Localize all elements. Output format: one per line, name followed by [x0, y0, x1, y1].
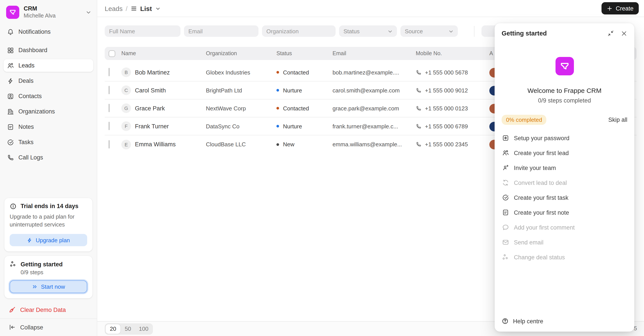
sidebar-item-tasks[interactable]: Tasks: [4, 136, 93, 149]
step-change-deal-status[interactable]: Change deal status: [494, 250, 634, 264]
sidebar-item-organizations[interactable]: Organizations: [4, 105, 93, 118]
row-checkbox[interactable]: [109, 104, 110, 112]
double-chevron-right-icon: [32, 284, 38, 290]
breadcrumb: Leads / List: [105, 4, 160, 12]
step-send-email[interactable]: Send email: [494, 235, 634, 250]
sidebar-item-notifications[interactable]: Notifications: [4, 26, 93, 38]
step-convert-lead[interactable]: Convert lead to deal: [494, 175, 634, 190]
step-create-first-lead[interactable]: Create your first lead: [494, 146, 634, 160]
phone-icon: [416, 142, 422, 147]
avatar: C: [121, 86, 131, 95]
user-name: Michelle Alva: [24, 12, 81, 20]
phone-icon: [416, 105, 422, 111]
step-add-first-comment[interactable]: Add your first comment: [494, 220, 634, 235]
main-content: Leads / List Create Status: [97, 0, 644, 336]
sidebar-item-call-logs[interactable]: Call Logs: [4, 151, 93, 164]
lead-organization: BrightPath Ltd: [206, 87, 276, 94]
sidebar-item-leads[interactable]: Leads: [4, 59, 93, 72]
trial-card: Trial ends in 14 days Upgrade to a paid …: [4, 198, 92, 252]
lead-organization: NextWave Corp: [206, 105, 276, 112]
sidebar: CRM Michelle Alva Notifications Dashboar…: [0, 0, 97, 336]
steps-icon: [10, 261, 17, 268]
row-checkbox[interactable]: [109, 140, 110, 148]
minimize-icon[interactable]: [607, 30, 614, 37]
filter-organization-input[interactable]: [262, 26, 336, 37]
bell-icon: [7, 28, 14, 36]
lead-email: emma.williams@example...: [332, 141, 416, 148]
tasks-icon: [7, 139, 14, 146]
lead-organization: Globex Industries: [206, 69, 276, 76]
filter-email-input[interactable]: [184, 26, 258, 37]
column-header-name[interactable]: Name: [121, 50, 206, 56]
lead-name: Bob Martinez: [135, 69, 170, 76]
collapse-sidebar-button[interactable]: Collapse: [0, 318, 97, 336]
help-centre-link[interactable]: Help centre: [494, 312, 634, 332]
step-invite-team[interactable]: Invite your team: [494, 160, 634, 175]
getting-started-card: Getting started 0/9 steps Start now: [4, 256, 92, 298]
skip-all-button[interactable]: Skip all: [608, 116, 627, 123]
comment-icon: [502, 224, 509, 231]
lead-mobile: +1 555 000 6789: [425, 123, 468, 130]
lead-email: grace.park@example.com: [332, 105, 416, 112]
sidebar-item-dashboard[interactable]: Dashboard: [4, 44, 93, 57]
sidebar-item-label: Organizations: [18, 108, 55, 115]
status-ring-icon: [276, 71, 279, 74]
row-checkbox[interactable]: [109, 86, 110, 94]
column-header-organization[interactable]: Organization: [206, 50, 276, 56]
step-create-first-note[interactable]: Create your first note: [494, 205, 634, 220]
clear-demo-data-link[interactable]: Clear Demo Data: [0, 303, 97, 318]
app-title: CRM: [24, 5, 81, 12]
row-checkbox[interactable]: [109, 122, 110, 130]
phone-icon: [416, 88, 422, 93]
phone-icon: [416, 123, 422, 129]
steps-completed: 0/9 steps completed: [538, 97, 591, 104]
filter-status-select[interactable]: Status: [339, 26, 397, 37]
status-ring-icon: [276, 89, 279, 92]
step-create-first-task[interactable]: Create your first task: [494, 190, 634, 205]
breadcrumb-leads[interactable]: Leads: [105, 4, 123, 12]
lead-organization: CloudBase LLC: [206, 141, 276, 148]
sidebar-item-deals[interactable]: Deals: [4, 75, 93, 88]
page-size-20[interactable]: 20: [106, 324, 120, 334]
page-size-50[interactable]: 50: [120, 324, 135, 334]
phone-icon: [416, 70, 422, 75]
filter-source-select[interactable]: Source: [400, 26, 458, 37]
leads-icon: [502, 150, 509, 156]
status-label: Contacted: [283, 69, 309, 76]
password-icon: [502, 134, 509, 142]
funnel-icon: [560, 61, 569, 71]
onboarding-checklist: Setup your password Create your first le…: [494, 130, 634, 264]
column-header-email[interactable]: Email: [332, 50, 416, 56]
column-header-status[interactable]: Status: [276, 50, 332, 56]
column-header-mobile[interactable]: Mobile No.: [416, 50, 489, 56]
row-checkbox[interactable]: [109, 68, 110, 76]
plus-icon: [607, 6, 613, 11]
workspace-switcher[interactable]: CRM Michelle Alva: [0, 0, 97, 24]
view-name: List: [140, 4, 152, 12]
sidebar-item-label: Notes: [18, 124, 34, 130]
start-now-button[interactable]: Start now: [10, 280, 87, 293]
sidebar-item-label: Notifications: [18, 29, 50, 35]
step-setup-password[interactable]: Setup your password: [494, 130, 634, 146]
sidebar-item-contacts[interactable]: Contacts: [4, 90, 93, 103]
upgrade-plan-button[interactable]: Upgrade plan: [10, 234, 87, 246]
sidebar-item-notes[interactable]: Notes: [4, 121, 93, 134]
dashboard-icon: [7, 47, 14, 54]
status-label: Contacted: [283, 105, 309, 112]
close-icon[interactable]: [621, 30, 627, 36]
sidebar-item-label: Leads: [18, 62, 34, 69]
avatar: E: [121, 140, 131, 149]
lead-organization: DataSync Co: [206, 123, 276, 130]
select-all-checkbox[interactable]: [109, 50, 115, 57]
page-size-100[interactable]: 100: [135, 324, 152, 334]
chevron-down-icon: [387, 28, 393, 34]
help-icon: [502, 318, 509, 324]
avatar: F: [121, 121, 131, 131]
create-button[interactable]: Create: [602, 2, 639, 14]
view-switcher[interactable]: List: [130, 4, 160, 12]
collapse-icon: [9, 324, 16, 331]
avatar: G: [121, 104, 131, 113]
sidebar-item-label: Deals: [18, 78, 34, 84]
filter-full-name-input[interactable]: [105, 26, 180, 37]
notes-icon: [7, 124, 14, 130]
